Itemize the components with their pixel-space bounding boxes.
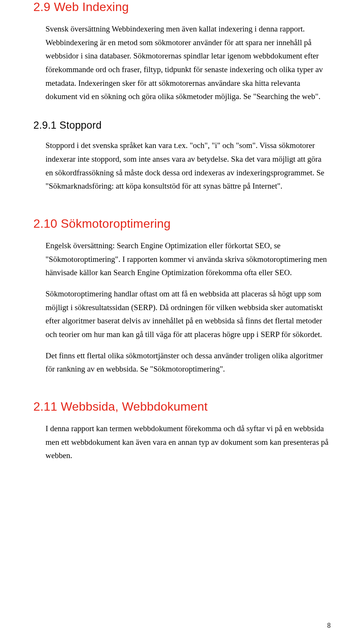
heading-2-11: 2.11 Webbsida, Webbdokument (33, 400, 331, 414)
paragraph: Engelsk översättning: Search Engine Opti… (46, 239, 331, 280)
paragraph: Det finns ett flertal olika sökmotortjän… (46, 349, 331, 376)
heading-2-9-1: 2.9.1 Stoppord (33, 120, 331, 131)
section-2-10-body: Engelsk översättning: Search Engine Opti… (33, 239, 331, 376)
section-2-11: 2.11 Webbsida, Webbdokument I denna rapp… (33, 400, 331, 463)
section-2-9-1-body: Stoppord i det svenska språket kan vara … (33, 139, 331, 193)
section-2-10: 2.10 Sökmotoroptimering Engelsk översätt… (33, 217, 331, 376)
paragraph: Stoppord i det svenska språket kan vara … (46, 139, 331, 193)
paragraph: Sökmotoroptimering handlar oftast om att… (46, 287, 331, 342)
section-2-9: 2.9 Web Indexing Svensk översättning Web… (33, 0, 331, 193)
page-number: 8 (327, 622, 331, 630)
paragraph: I denna rapport kan termen webbdokument … (46, 422, 331, 463)
section-2-11-body: I denna rapport kan termen webbdokument … (33, 422, 331, 463)
heading-2-10: 2.10 Sökmotoroptimering (33, 217, 331, 231)
paragraph: Svensk översättning Webbindexering men ä… (46, 22, 331, 104)
heading-2-9: 2.9 Web Indexing (33, 0, 331, 14)
section-2-9-body: Svensk översättning Webbindexering men ä… (33, 22, 331, 104)
document-page: 2.9 Web Indexing Svensk översättning Web… (0, 0, 364, 638)
